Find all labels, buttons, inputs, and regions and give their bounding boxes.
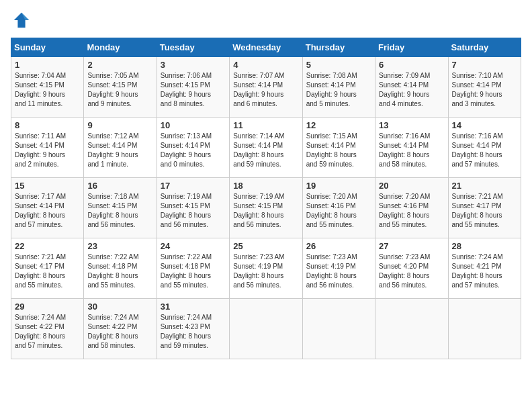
calendar-cell: 12Sunrise: 7:15 AM Sunset: 4:14 PM Dayli… [302, 118, 375, 178]
day-info: Sunrise: 7:10 AM Sunset: 4:14 PM Dayligh… [452, 71, 517, 109]
week-row-4: 22Sunrise: 7:21 AM Sunset: 4:17 PM Dayli… [11, 238, 521, 299]
day-info: Sunrise: 7:22 AM Sunset: 4:18 PM Dayligh… [87, 253, 152, 290]
day-info: Sunrise: 7:08 AM Sunset: 4:14 PM Dayligh… [306, 71, 371, 109]
day-number: 19 [306, 181, 371, 191]
calendar-cell: 14Sunrise: 7:16 AM Sunset: 4:14 PM Dayli… [448, 118, 521, 178]
week-row-2: 8Sunrise: 7:11 AM Sunset: 4:14 PM Daylig… [11, 118, 521, 178]
calendar-cell: 13Sunrise: 7:16 AM Sunset: 4:14 PM Dayli… [375, 118, 448, 178]
calendar-cell: 10Sunrise: 7:13 AM Sunset: 4:14 PM Dayli… [157, 118, 229, 178]
day-info: Sunrise: 7:06 AM Sunset: 4:15 PM Dayligh… [161, 71, 226, 109]
header-day-friday: Friday [375, 38, 448, 57]
day-number: 1 [15, 60, 80, 70]
calendar-cell [230, 299, 302, 359]
calendar-cell: 9Sunrise: 7:12 AM Sunset: 4:14 PM Daylig… [84, 118, 157, 178]
day-info: Sunrise: 7:19 AM Sunset: 4:15 PM Dayligh… [161, 192, 226, 230]
calendar-table: SundayMondayTuesdayWednesdayThursdayFrid… [11, 38, 521, 359]
day-info: Sunrise: 7:21 AM Sunset: 4:17 PM Dayligh… [15, 253, 80, 290]
calendar-cell [448, 299, 521, 359]
header-day-sunday: Sunday [11, 38, 84, 57]
logo [11, 11, 34, 32]
calendar-cell: 26Sunrise: 7:23 AM Sunset: 4:19 PM Dayli… [302, 238, 375, 299]
day-info: Sunrise: 7:23 AM Sunset: 4:20 PM Dayligh… [379, 253, 444, 290]
calendar-cell: 25Sunrise: 7:23 AM Sunset: 4:19 PM Dayli… [230, 238, 302, 299]
calendar-cell: 18Sunrise: 7:19 AM Sunset: 4:15 PM Dayli… [230, 178, 302, 238]
day-number: 22 [15, 241, 80, 251]
day-number: 4 [233, 60, 298, 70]
day-info: Sunrise: 7:20 AM Sunset: 4:16 PM Dayligh… [306, 192, 371, 230]
day-number: 28 [452, 241, 517, 251]
day-info: Sunrise: 7:22 AM Sunset: 4:18 PM Dayligh… [161, 253, 226, 290]
calendar-cell: 28Sunrise: 7:24 AM Sunset: 4:21 PM Dayli… [448, 238, 521, 299]
day-info: Sunrise: 7:19 AM Sunset: 4:15 PM Dayligh… [233, 192, 298, 230]
header-day-thursday: Thursday [302, 38, 375, 57]
calendar-cell: 23Sunrise: 7:22 AM Sunset: 4:18 PM Dayli… [84, 238, 157, 299]
calendar-body: 1Sunrise: 7:04 AM Sunset: 4:15 PM Daylig… [11, 57, 521, 359]
calendar-cell: 20Sunrise: 7:20 AM Sunset: 4:16 PM Dayli… [375, 178, 448, 238]
day-info: Sunrise: 7:23 AM Sunset: 4:19 PM Dayligh… [233, 253, 298, 290]
header-day-monday: Monday [84, 38, 157, 57]
day-number: 8 [15, 120, 80, 130]
day-info: Sunrise: 7:12 AM Sunset: 4:14 PM Dayligh… [87, 132, 152, 169]
day-number: 15 [15, 181, 80, 191]
day-number: 5 [306, 60, 371, 70]
calendar-cell: 2Sunrise: 7:05 AM Sunset: 4:15 PM Daylig… [84, 57, 157, 118]
calendar-cell: 31Sunrise: 7:24 AM Sunset: 4:23 PM Dayli… [157, 299, 229, 359]
day-number: 14 [452, 120, 517, 130]
day-number: 25 [233, 241, 298, 251]
day-info: Sunrise: 7:14 AM Sunset: 4:14 PM Dayligh… [233, 132, 298, 169]
day-number: 16 [87, 181, 152, 191]
day-info: Sunrise: 7:09 AM Sunset: 4:14 PM Dayligh… [379, 71, 444, 109]
header-row: SundayMondayTuesdayWednesdayThursdayFrid… [11, 38, 521, 57]
day-info: Sunrise: 7:17 AM Sunset: 4:14 PM Dayligh… [15, 192, 80, 230]
calendar-cell: 29Sunrise: 7:24 AM Sunset: 4:22 PM Dayli… [11, 299, 84, 359]
logo-icon [12, 11, 31, 30]
calendar-cell: 7Sunrise: 7:10 AM Sunset: 4:14 PM Daylig… [448, 57, 521, 118]
day-number: 23 [87, 241, 152, 251]
day-number: 11 [233, 120, 298, 130]
day-number: 31 [161, 302, 226, 312]
day-number: 7 [452, 60, 517, 70]
day-info: Sunrise: 7:16 AM Sunset: 4:14 PM Dayligh… [379, 132, 444, 169]
day-number: 18 [233, 181, 298, 191]
day-info: Sunrise: 7:07 AM Sunset: 4:14 PM Dayligh… [233, 71, 298, 109]
header-day-tuesday: Tuesday [157, 38, 229, 57]
calendar-cell: 19Sunrise: 7:20 AM Sunset: 4:16 PM Dayli… [302, 178, 375, 238]
calendar-cell: 8Sunrise: 7:11 AM Sunset: 4:14 PM Daylig… [11, 118, 84, 178]
day-number: 21 [452, 181, 517, 191]
day-number: 27 [379, 241, 444, 251]
day-number: 12 [306, 120, 371, 130]
calendar-cell: 22Sunrise: 7:21 AM Sunset: 4:17 PM Dayli… [11, 238, 84, 299]
day-info: Sunrise: 7:24 AM Sunset: 4:23 PM Dayligh… [161, 313, 226, 351]
calendar-cell: 6Sunrise: 7:09 AM Sunset: 4:14 PM Daylig… [375, 57, 448, 118]
day-info: Sunrise: 7:13 AM Sunset: 4:14 PM Dayligh… [161, 132, 226, 169]
day-number: 29 [15, 302, 80, 312]
day-number: 10 [161, 120, 226, 130]
day-number: 30 [87, 302, 152, 312]
day-number: 9 [87, 120, 152, 130]
day-info: Sunrise: 7:24 AM Sunset: 4:22 PM Dayligh… [87, 313, 152, 351]
week-row-1: 1Sunrise: 7:04 AM Sunset: 4:15 PM Daylig… [11, 57, 521, 118]
header [11, 11, 521, 32]
calendar-header: SundayMondayTuesdayWednesdayThursdayFrid… [11, 38, 521, 57]
day-number: 2 [87, 60, 152, 70]
day-info: Sunrise: 7:24 AM Sunset: 4:22 PM Dayligh… [15, 313, 80, 351]
calendar-cell: 3Sunrise: 7:06 AM Sunset: 4:15 PM Daylig… [157, 57, 229, 118]
day-info: Sunrise: 7:23 AM Sunset: 4:19 PM Dayligh… [306, 253, 371, 290]
day-info: Sunrise: 7:20 AM Sunset: 4:16 PM Dayligh… [379, 192, 444, 230]
day-number: 24 [161, 241, 226, 251]
calendar-cell: 15Sunrise: 7:17 AM Sunset: 4:14 PM Dayli… [11, 178, 84, 238]
day-info: Sunrise: 7:05 AM Sunset: 4:15 PM Dayligh… [87, 71, 152, 109]
day-number: 6 [379, 60, 444, 70]
calendar-cell [302, 299, 375, 359]
calendar-cell [375, 299, 448, 359]
calendar-cell: 5Sunrise: 7:08 AM Sunset: 4:14 PM Daylig… [302, 57, 375, 118]
day-number: 3 [161, 60, 226, 70]
day-number: 20 [379, 181, 444, 191]
day-info: Sunrise: 7:21 AM Sunset: 4:17 PM Dayligh… [452, 192, 517, 230]
calendar-cell: 21Sunrise: 7:21 AM Sunset: 4:17 PM Dayli… [448, 178, 521, 238]
calendar-cell: 17Sunrise: 7:19 AM Sunset: 4:15 PM Dayli… [157, 178, 229, 238]
day-info: Sunrise: 7:04 AM Sunset: 4:15 PM Dayligh… [15, 71, 80, 109]
day-number: 17 [161, 181, 226, 191]
day-info: Sunrise: 7:18 AM Sunset: 4:15 PM Dayligh… [87, 192, 152, 230]
day-info: Sunrise: 7:11 AM Sunset: 4:14 PM Dayligh… [15, 132, 80, 169]
